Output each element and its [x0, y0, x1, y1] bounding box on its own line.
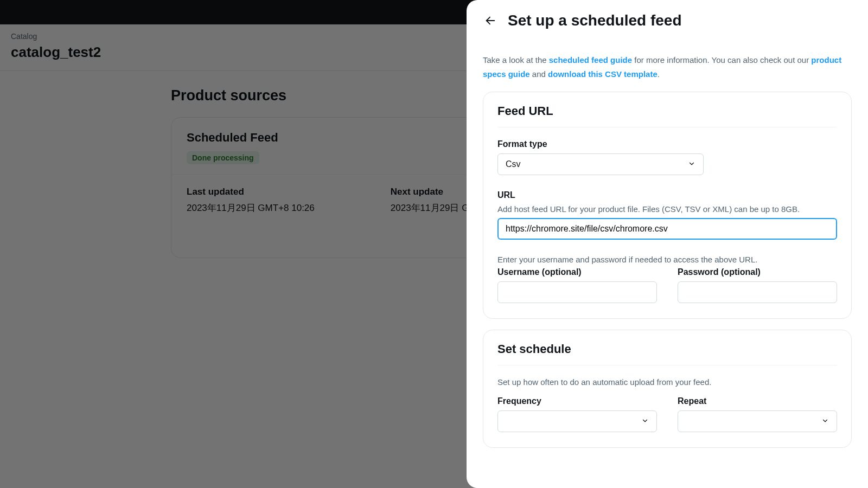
panel-body: Take a look at the scheduled feed guide … [467, 39, 868, 488]
format-type-select[interactable]: Csv [497, 153, 704, 175]
username-label: Username (optional) [497, 267, 657, 277]
divider [497, 127, 837, 127]
intro-period: . [658, 69, 660, 79]
url-label: URL [497, 190, 837, 200]
set-schedule-title: Set schedule [497, 342, 837, 356]
arrow-left-icon [484, 15, 496, 27]
link-scheduled-feed-guide[interactable]: scheduled feed guide [549, 55, 632, 65]
format-type-label: Format type [497, 139, 837, 149]
schedule-hint: Set up how often to do an automatic uplo… [497, 377, 837, 387]
username-input[interactable] [497, 281, 657, 303]
side-panel: Set up a scheduled feed Take a look at t… [467, 0, 868, 488]
frequency-select[interactable] [497, 410, 657, 432]
intro-mid: for more information. You can also check… [632, 55, 811, 65]
frequency-label: Frequency [497, 396, 657, 406]
intro-prefix: Take a look at the [483, 55, 549, 65]
intro-and: and [530, 69, 548, 79]
url-input[interactable] [497, 218, 837, 240]
repeat-select[interactable] [678, 410, 837, 432]
chevron-down-icon [641, 417, 649, 426]
panel-title: Set up a scheduled feed [508, 12, 682, 29]
app-root: Catalog catalog_test2 Product sources Sc… [0, 0, 868, 488]
set-schedule-block: Set schedule Set up how often to do an a… [483, 330, 852, 448]
password-input[interactable] [678, 281, 837, 303]
back-button[interactable] [483, 13, 498, 28]
link-download-csv-template[interactable]: download this CSV template [548, 69, 658, 79]
url-hint: Add host feed URL for your product file.… [497, 204, 837, 214]
intro-text: Take a look at the scheduled feed guide … [483, 53, 852, 81]
chevron-down-icon [821, 417, 829, 426]
format-type-value: Csv [506, 159, 521, 169]
chevron-down-icon [688, 160, 695, 169]
repeat-label: Repeat [678, 396, 837, 406]
feed-url-title: Feed URL [497, 104, 837, 118]
divider [497, 365, 837, 365]
password-label: Password (optional) [678, 267, 837, 277]
feed-url-block: Feed URL Format type Csv URL Add host fe… [483, 92, 852, 319]
panel-header: Set up a scheduled feed [467, 0, 868, 39]
credentials-hint: Enter your username and password if need… [497, 255, 837, 264]
